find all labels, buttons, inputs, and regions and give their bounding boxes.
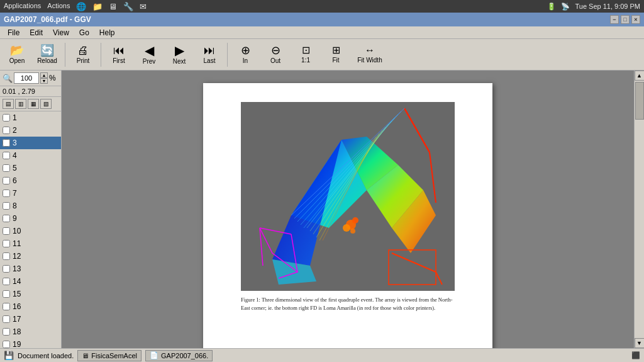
search-icon: 🔍 [3, 74, 13, 83]
zoom-up-button[interactable]: ▲ [40, 72, 48, 78]
page-item-11[interactable]: 11 [0, 237, 61, 250]
last-button[interactable]: ⏭ Last [195, 41, 224, 69]
reload-button[interactable]: 🔄 Reload [33, 41, 62, 69]
page-checkbox-3[interactable] [3, 139, 10, 147]
page-checkbox-2[interactable] [3, 127, 10, 134]
content-area[interactable]: dots go here [62, 71, 634, 348]
page-checkbox-4[interactable] [3, 152, 10, 159]
prev-button[interactable]: ◀ Prev [135, 41, 164, 69]
page-number-7: 7 [13, 189, 17, 198]
zoom-1to1-icon: ⊡ [302, 45, 310, 55]
zoom-in-button[interactable]: ⊕ In [231, 41, 260, 69]
page-checkbox-18[interactable] [3, 328, 10, 336]
menu-edit[interactable]: Edit [25, 26, 48, 38]
page-item-3[interactable]: 3 [0, 137, 61, 149]
zoom-in-icon: ⊕ [241, 45, 250, 56]
zoom-spinner[interactable]: ▲ ▼ [40, 72, 48, 84]
page-item-14[interactable]: 14 [0, 275, 61, 288]
page-item-6[interactable]: 6 [0, 174, 61, 187]
page-item-17[interactable]: 17 [0, 313, 61, 325]
zoom-input[interactable]: 100 [14, 72, 39, 84]
page-checkbox-6[interactable] [3, 177, 10, 184]
menu-file[interactable]: File [3, 26, 25, 38]
page-number-10: 10 [13, 227, 21, 235]
zoom-in-label: In [243, 57, 248, 64]
page-item-16[interactable]: 16 [0, 300, 61, 313]
maximize-button[interactable]: □ [621, 15, 630, 24]
system-bar-left: Applications Actions 🌐 📁 🖥 🔧 ✉ [4, 2, 147, 11]
page-checkbox-12[interactable] [3, 252, 10, 260]
scroll-thumb[interactable] [635, 82, 644, 120]
prev-icon: ◀ [145, 44, 154, 57]
system-icon-2: 📁 [92, 2, 103, 11]
menu-help[interactable]: Help [94, 26, 120, 38]
prev-label: Prev [143, 58, 156, 65]
taskbar-item-2[interactable]: 📄 GAP2007_066. [145, 350, 213, 361]
system-icon-4: 🔧 [123, 2, 133, 11]
zoom-out-button[interactable]: ⊖ Out [261, 41, 290, 69]
page-number-12: 12 [13, 252, 21, 261]
taskbar-label-2: GAP2007_066. [161, 352, 208, 359]
menu-view[interactable]: View [48, 26, 74, 38]
page-item-7[interactable]: 7 [0, 187, 61, 200]
page-item-1[interactable]: 1 [0, 111, 61, 124]
page-checkbox-1[interactable] [3, 114, 10, 122]
page-checkbox-11[interactable] [3, 240, 10, 247]
page-checkbox-9[interactable] [3, 215, 10, 222]
fit-width-button[interactable]: ↔ Fit Width [352, 41, 388, 69]
window-controls[interactable]: − □ × [610, 15, 640, 24]
page-checkbox-15[interactable] [3, 290, 10, 298]
view-btn-1[interactable]: ▤ [3, 99, 14, 109]
page-number-2: 2 [13, 126, 17, 135]
battery-icon: 🔋 [547, 3, 556, 11]
page-checkbox-13[interactable] [3, 265, 10, 273]
svg-point-484 [350, 229, 355, 234]
minimize-button[interactable]: − [610, 15, 619, 24]
page-checkbox-7[interactable] [3, 189, 10, 197]
page-number-8: 8 [13, 201, 17, 210]
scrollbar-right[interactable]: ▲ ▼ [634, 71, 644, 348]
view-btn-2[interactable]: ▥ [15, 99, 26, 109]
page-number-19: 19 [13, 340, 21, 348]
page-item-5[interactable]: 5 [0, 162, 61, 174]
next-button[interactable]: ▶ Next [165, 41, 194, 69]
status-bar: 💾 Document loaded. 🖥 FisicaSemAcel 📄 GAP… [0, 348, 644, 362]
page-checkbox-19[interactable] [3, 341, 10, 348]
page-item-19[interactable]: 19 [0, 338, 61, 348]
actions-menu[interactable]: Actions [47, 2, 70, 11]
fit-icon: ⊞ [332, 45, 340, 55]
page-number-14: 14 [13, 277, 21, 286]
page-item-2[interactable]: 2 [0, 124, 61, 137]
page-item-13[interactable]: 13 [0, 263, 61, 275]
page-item-15[interactable]: 15 [0, 288, 61, 300]
menu-go[interactable]: Go [74, 26, 94, 38]
scroll-down-button[interactable]: ▼ [635, 338, 645, 348]
page-checkbox-14[interactable] [3, 278, 10, 285]
window-title: GAP2007_066.pdf - GGV [4, 15, 91, 24]
taskbar-item-1[interactable]: 🖥 FisicaSemAcel [77, 350, 142, 361]
print-button[interactable]: 🖨 Print [69, 41, 97, 69]
zoom-down-button[interactable]: ▼ [40, 78, 48, 84]
fit-button[interactable]: ⊞ Fit [321, 41, 350, 69]
scroll-up-button[interactable]: ▲ [635, 71, 645, 81]
first-button[interactable]: ⏮ First [104, 41, 133, 69]
page-item-18[interactable]: 18 [0, 325, 61, 338]
view-btn-4[interactable]: ▧ [40, 99, 52, 109]
page-checkbox-10[interactable] [3, 227, 10, 235]
page-item-4[interactable]: 4 [0, 149, 61, 162]
zoom-1to1-button[interactable]: ⊡ 1:1 [291, 41, 320, 69]
view-btn-3[interactable]: ▦ [28, 99, 39, 109]
page-item-9[interactable]: 9 [0, 212, 61, 225]
applications-menu[interactable]: Applications [4, 2, 41, 11]
page-item-10[interactable]: 10 [0, 225, 61, 237]
system-icon-1: 🌐 [76, 2, 86, 11]
status-bar-left: 💾 Document loaded. 🖥 FisicaSemAcel 📄 GAP… [4, 350, 213, 361]
page-checkbox-17[interactable] [3, 315, 10, 323]
open-button[interactable]: 📂 Open [3, 41, 31, 69]
page-checkbox-5[interactable] [3, 164, 10, 172]
page-checkbox-8[interactable] [3, 202, 10, 210]
page-item-8[interactable]: 8 [0, 200, 61, 212]
page-checkbox-16[interactable] [3, 303, 10, 310]
page-item-12[interactable]: 12 [0, 250, 61, 263]
close-button[interactable]: × [631, 15, 640, 24]
